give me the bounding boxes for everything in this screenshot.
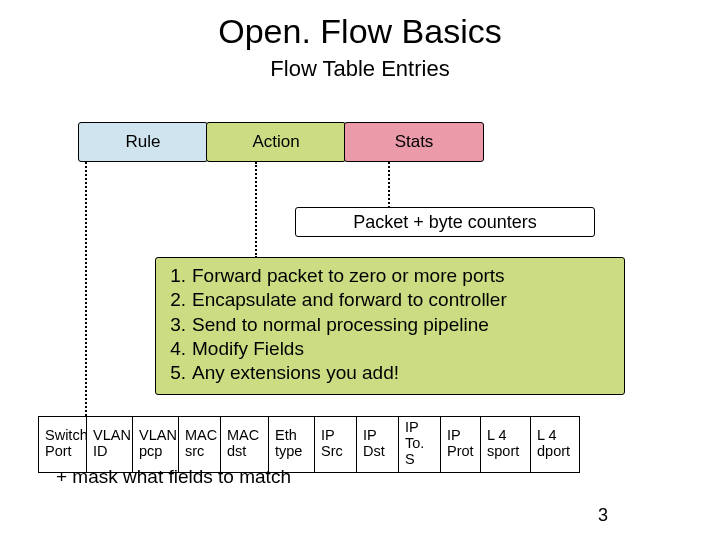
slide-subtitle: Flow Table Entries — [0, 56, 720, 82]
list-number: 1. — [166, 264, 192, 288]
field-ip-dst: IPDst — [356, 416, 398, 473]
field-l4-sport: L 4sport — [480, 416, 530, 473]
field-line2: Prot — [447, 444, 474, 460]
slide-title: Open. Flow Basics — [0, 12, 720, 51]
field-line1: VLAN — [139, 428, 172, 444]
connector-action-to-list — [255, 162, 257, 258]
field-line2: Src — [321, 444, 350, 460]
field-switch-port: SwitchPort — [38, 416, 86, 473]
match-fields-row: SwitchPort VLANID VLANpcp MACsrc MACdst … — [38, 416, 580, 473]
field-mac-src: MACsrc — [178, 416, 220, 473]
field-line1: IP — [447, 428, 474, 444]
field-eth-type: Ethtype — [268, 416, 314, 473]
field-l4-dport: L 4dport — [530, 416, 580, 473]
counters-box: Packet + byte counters — [295, 207, 595, 237]
field-line1: VLAN — [93, 428, 126, 444]
list-text: Any extensions you add! — [192, 361, 399, 385]
connector-rule-to-fields — [85, 162, 87, 416]
actions-item: 2.Encapsulate and forward to controller — [166, 288, 614, 312]
field-line2: src — [185, 444, 214, 460]
connector-stats-to-counters — [388, 162, 390, 208]
actions-item: 1.Forward packet to zero or more ports — [166, 264, 614, 288]
actions-item: 5.Any extensions you add! — [166, 361, 614, 385]
field-line1: IP — [363, 428, 392, 444]
field-vlan-pcp: VLANpcp — [132, 416, 178, 473]
field-line1: Switch — [45, 428, 80, 444]
field-line1: Eth — [275, 428, 308, 444]
field-ip-prot: IPProt — [440, 416, 480, 473]
field-line1: L 4 — [537, 428, 573, 444]
entry-triple: Rule Action Stats — [78, 122, 484, 162]
field-line2: dport — [537, 444, 573, 460]
list-text: Forward packet to zero or more ports — [192, 264, 505, 288]
actions-item: 3.Send to normal processing pipeline — [166, 313, 614, 337]
field-line1: L 4 — [487, 428, 524, 444]
field-line2: sport — [487, 444, 524, 460]
field-line2: To. S — [405, 436, 434, 468]
list-number: 2. — [166, 288, 192, 312]
actions-item: 4.Modify Fields — [166, 337, 614, 361]
field-line2: Port — [45, 444, 80, 460]
list-text: Modify Fields — [192, 337, 304, 361]
list-text: Send to normal processing pipeline — [192, 313, 489, 337]
list-text: Encapsulate and forward to controller — [192, 288, 507, 312]
action-box: Action — [206, 122, 346, 162]
field-vlan-id: VLANID — [86, 416, 132, 473]
field-line2: pcp — [139, 444, 172, 460]
field-ip-tos: IPTo. S — [398, 416, 440, 473]
field-line2: type — [275, 444, 308, 460]
field-line1: IP — [321, 428, 350, 444]
field-line1: MAC — [185, 428, 214, 444]
actions-list: 1.Forward packet to zero or more ports 2… — [155, 257, 625, 395]
list-number: 5. — [166, 361, 192, 385]
slide: Open. Flow Basics Flow Table Entries Rul… — [0, 0, 720, 540]
field-line1: MAC — [227, 428, 262, 444]
field-line1: IP — [405, 420, 434, 436]
mask-note: + mask what fields to match — [56, 466, 291, 488]
field-line2: Dst — [363, 444, 392, 460]
list-number: 3. — [166, 313, 192, 337]
stats-box: Stats — [344, 122, 484, 162]
field-mac-dst: MACdst — [220, 416, 268, 473]
field-ip-src: IPSrc — [314, 416, 356, 473]
page-number: 3 — [598, 505, 608, 526]
list-number: 4. — [166, 337, 192, 361]
rule-box: Rule — [78, 122, 208, 162]
field-line2: ID — [93, 444, 126, 460]
field-line2: dst — [227, 444, 262, 460]
